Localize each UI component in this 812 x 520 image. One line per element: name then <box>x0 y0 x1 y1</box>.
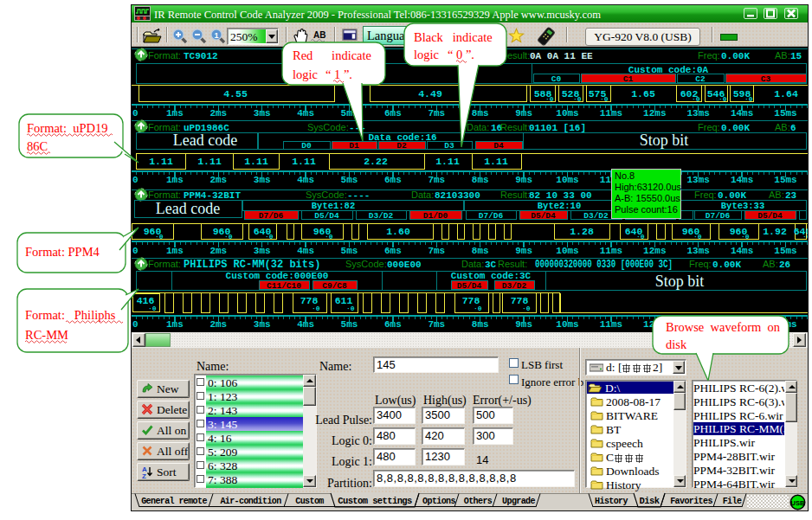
svg-text:History: History <box>595 497 628 506</box>
svg-text:·0: ·0 <box>155 233 164 241</box>
svg-text:6: 6 <box>790 123 796 133</box>
svg-text:Freq:: Freq: <box>698 122 720 132</box>
svg-text:0.00K: 0.00K <box>721 123 750 133</box>
svg-text:7ms: 7ms <box>428 246 445 256</box>
svg-text:2ms: 2ms <box>209 319 227 330</box>
svg-text:4.49: 4.49 <box>418 88 442 100</box>
svg-text:2ms: 2ms <box>209 108 227 119</box>
svg-text:4ms: 4ms <box>297 108 314 119</box>
svg-text:AB:: AB: <box>775 50 790 61</box>
svg-text:7ms: 7ms <box>428 108 445 119</box>
svg-text:0: 0 <box>132 108 139 119</box>
svg-text:9ms: 9ms <box>515 246 532 256</box>
svg-text:·0: ·0 <box>693 233 702 241</box>
svg-text:12ms: 12ms <box>643 319 666 330</box>
svg-text:10ms: 10ms <box>556 175 578 185</box>
svg-text:10ms: 10ms <box>556 246 578 256</box>
svg-text:0: 0 <box>132 246 139 256</box>
svg-text:Format: uPD19: Format: uPD19 <box>27 121 107 135</box>
svg-text:D4: D4 <box>493 141 504 151</box>
svg-text:15ms: 15ms <box>774 175 796 185</box>
svg-text:15ms: 15ms <box>774 319 796 330</box>
svg-text:14ms: 14ms <box>731 108 753 119</box>
svg-text:D5/D4: D5/D4 <box>457 281 482 291</box>
svg-text:4ms: 4ms <box>297 319 314 330</box>
svg-text:Data:: Data: <box>467 122 489 132</box>
svg-text:Format:: Format: <box>148 189 181 200</box>
svg-text:·0: ·0 <box>741 233 750 241</box>
svg-text:82103300: 82103300 <box>435 190 480 201</box>
svg-text:Format: PPM4: Format: PPM4 <box>25 245 100 259</box>
svg-text:8ms: 8ms <box>472 246 489 256</box>
svg-text:4ms: 4ms <box>297 246 314 256</box>
svg-text:C0: C0 <box>551 74 562 84</box>
svg-text:Options: Options <box>422 497 455 506</box>
svg-text:Disk: Disk <box>640 496 660 506</box>
svg-text:8ms: 8ms <box>472 319 489 330</box>
svg-text:·0: ·0 <box>692 95 700 103</box>
svg-text:1.64: 1.64 <box>774 88 798 100</box>
svg-text:1.11: 1.11 <box>292 156 316 167</box>
svg-text:·0: ·0 <box>346 305 355 312</box>
svg-text:RC-MM: RC-MM <box>25 328 68 342</box>
svg-text:Format: Philiphs: Format: Philiphs <box>25 308 116 322</box>
svg-text:15ms: 15ms <box>774 246 796 256</box>
svg-text:TC9012: TC9012 <box>184 51 218 61</box>
svg-text:·0: ·0 <box>744 95 753 103</box>
svg-text:SysCode:: SysCode: <box>306 189 347 200</box>
svg-text:14ms: 14ms <box>731 175 753 185</box>
svg-text:Result:: Result: <box>500 50 530 61</box>
svg-text:Stop bit: Stop bit <box>655 273 705 290</box>
svg-text:0.00K: 0.00K <box>718 190 746 201</box>
svg-text:----: ---- <box>347 190 370 201</box>
svg-text:6ms: 6ms <box>384 319 402 330</box>
svg-text:01101 [16]: 01101 [16] <box>529 123 586 133</box>
svg-text:·0: ·0 <box>802 233 808 241</box>
svg-text:1.11: 1.11 <box>197 156 222 167</box>
svg-text:Lead code: Lead code <box>156 200 220 217</box>
svg-text:1.65: 1.65 <box>631 88 655 100</box>
svg-text:·0: ·0 <box>600 95 609 103</box>
svg-text:9ms: 9ms <box>515 175 532 185</box>
svg-text:Data:: Data: <box>461 259 484 269</box>
svg-text:6ms: 6ms <box>384 246 402 256</box>
svg-text:D5/D4: D5/D4 <box>757 211 783 221</box>
svg-text:3ms: 3ms <box>254 108 271 119</box>
svg-text:5ms: 5ms <box>341 175 358 185</box>
svg-text:5ms: 5ms <box>341 319 358 330</box>
svg-text:File: File <box>723 497 742 506</box>
svg-text:C1: C1 <box>623 74 634 84</box>
svg-text:Byte2:10: Byte2:10 <box>538 201 581 211</box>
svg-text:Freq:: Freq: <box>694 189 717 200</box>
svg-text:Result:: Result: <box>500 122 530 132</box>
svg-text:0.00K: 0.00K <box>712 260 741 270</box>
svg-text:3ms: 3ms <box>254 319 271 330</box>
svg-text:D5/D4: D5/D4 <box>314 211 339 221</box>
svg-text:13ms: 13ms <box>686 246 709 256</box>
svg-text:6ms: 6ms <box>384 108 402 119</box>
svg-text:3C: 3C <box>485 260 497 270</box>
svg-text:Favorites: Favorites <box>670 497 712 506</box>
svg-text:D1/D0: D1/D0 <box>423 211 448 221</box>
svg-text:6ms: 6ms <box>384 175 402 185</box>
svg-text:General remote: General remote <box>141 497 207 506</box>
svg-text:Data:: Data: <box>411 189 434 200</box>
svg-text:Result:: Result: <box>500 189 530 200</box>
svg-text:C2: C2 <box>695 74 706 84</box>
svg-text:USB: USB <box>791 499 805 507</box>
svg-text:2.22: 2.22 <box>364 156 388 167</box>
svg-text:Byte3:33: Byte3:33 <box>721 201 764 211</box>
svg-text:·0: ·0 <box>636 233 645 241</box>
svg-text:Upgrade: Upgrade <box>502 497 535 506</box>
svg-text:86C: 86C <box>27 139 48 153</box>
svg-text:1.11: 1.11 <box>484 156 508 167</box>
svg-text:000000320000 0330 [000E00 3C]: 000000320000 0330 [000E00 3C] <box>535 259 673 271</box>
svg-text:11ms: 11ms <box>600 108 622 119</box>
svg-text:0: 0 <box>132 319 139 330</box>
svg-text:Custom code:000E00: Custom code:000E00 <box>226 271 329 281</box>
svg-text:1: 1 <box>214 31 218 40</box>
svg-text:1.11: 1.11 <box>149 156 173 167</box>
svg-text:2ms: 2ms <box>209 246 227 256</box>
svg-text:---: --- <box>349 123 366 133</box>
svg-text:5ms: 5ms <box>341 108 358 119</box>
